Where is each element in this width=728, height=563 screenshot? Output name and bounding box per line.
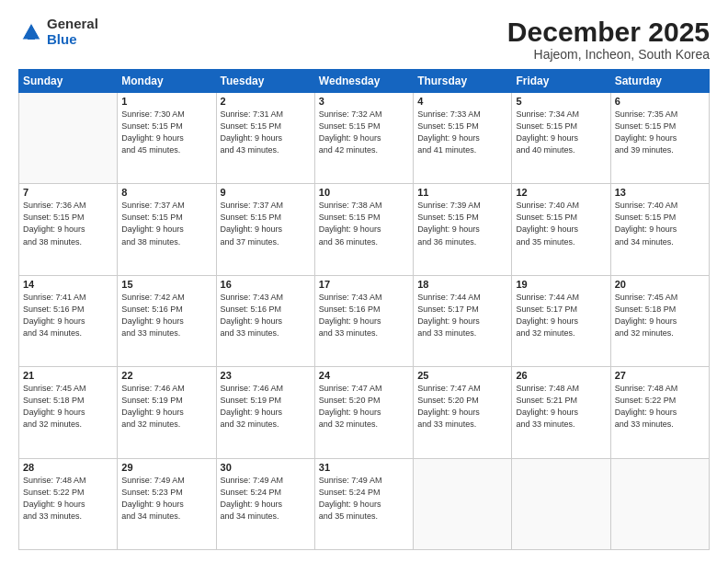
day-number: 25: [417, 370, 507, 381]
header-friday: Friday: [512, 70, 610, 93]
day-number: 5: [516, 96, 606, 107]
logo-text: General Blue: [47, 17, 98, 47]
day-info: Sunrise: 7:46 AMSunset: 5:19 PMDaylight:…: [221, 383, 311, 431]
day-info: Sunrise: 7:49 AMSunset: 5:24 PMDaylight:…: [319, 475, 409, 523]
day-number: 12: [516, 187, 606, 198]
day-number: 11: [417, 187, 507, 198]
calendar-week-2: 14Sunrise: 7:41 AMSunset: 5:16 PMDayligh…: [19, 275, 710, 366]
day-info: Sunrise: 7:33 AMSunset: 5:15 PMDaylight:…: [417, 109, 507, 156]
day-info: Sunrise: 7:37 AMSunset: 5:15 PMDaylight:…: [121, 200, 211, 247]
calendar-cell: 11Sunrise: 7:39 AMSunset: 5:15 PMDayligh…: [414, 184, 512, 275]
calendar-cell: 22Sunrise: 7:46 AMSunset: 5:19 PMDayligh…: [118, 367, 216, 458]
calendar-cell: 4Sunrise: 7:33 AMSunset: 5:15 PMDaylight…: [414, 93, 512, 184]
calendar-header-row: SundayMondayTuesdayWednesdayThursdayFrid…: [19, 70, 710, 93]
day-info: Sunrise: 7:44 AMSunset: 5:17 PMDaylight:…: [516, 292, 606, 339]
day-info: Sunrise: 7:49 AMSunset: 5:23 PMDaylight:…: [121, 475, 211, 523]
day-number: 14: [23, 279, 113, 290]
header-sunday: Sunday: [19, 70, 118, 93]
day-number: 30: [221, 462, 311, 473]
day-number: 21: [23, 370, 113, 381]
day-number: 7: [23, 187, 113, 198]
logo-icon: [18, 19, 44, 45]
svg-rect-2: [28, 32, 35, 40]
day-info: Sunrise: 7:40 AMSunset: 5:15 PMDaylight:…: [615, 200, 705, 247]
calendar-week-4: 28Sunrise: 7:48 AMSunset: 5:22 PMDayligh…: [19, 458, 710, 549]
calendar-cell: 18Sunrise: 7:44 AMSunset: 5:17 PMDayligh…: [414, 275, 512, 366]
day-number: 19: [516, 279, 606, 290]
calendar-cell: 29Sunrise: 7:49 AMSunset: 5:23 PMDayligh…: [118, 458, 216, 549]
calendar-week-0: 1Sunrise: 7:30 AMSunset: 5:15 PMDaylight…: [19, 93, 710, 184]
calendar-cell: 10Sunrise: 7:38 AMSunset: 5:15 PMDayligh…: [314, 184, 413, 275]
calendar-week-1: 7Sunrise: 7:36 AMSunset: 5:15 PMDaylight…: [19, 184, 710, 275]
day-info: Sunrise: 7:36 AMSunset: 5:15 PMDaylight:…: [23, 200, 113, 247]
day-info: Sunrise: 7:37 AMSunset: 5:15 PMDaylight:…: [221, 200, 311, 247]
day-info: Sunrise: 7:30 AMSunset: 5:15 PMDaylight:…: [121, 109, 211, 156]
day-info: Sunrise: 7:45 AMSunset: 5:18 PMDaylight:…: [23, 383, 113, 431]
day-number: 28: [23, 462, 113, 473]
title-block: December 2025 Hajeom, Incheon, South Kor…: [507, 17, 710, 62]
calendar-cell: 31Sunrise: 7:49 AMSunset: 5:24 PMDayligh…: [314, 458, 413, 549]
calendar-cell: 20Sunrise: 7:45 AMSunset: 5:18 PMDayligh…: [610, 275, 709, 366]
calendar-cell: 9Sunrise: 7:37 AMSunset: 5:15 PMDaylight…: [216, 184, 314, 275]
day-number: 2: [221, 96, 311, 107]
calendar-cell: [19, 93, 118, 184]
day-info: Sunrise: 7:46 AMSunset: 5:19 PMDaylight:…: [121, 383, 211, 431]
day-info: Sunrise: 7:48 AMSunset: 5:22 PMDaylight:…: [23, 475, 113, 523]
calendar-cell: 16Sunrise: 7:43 AMSunset: 5:16 PMDayligh…: [216, 275, 314, 366]
day-info: Sunrise: 7:47 AMSunset: 5:20 PMDaylight:…: [319, 383, 409, 431]
day-number: 23: [221, 370, 311, 381]
day-info: Sunrise: 7:42 AMSunset: 5:16 PMDaylight:…: [121, 292, 211, 339]
calendar-cell: 17Sunrise: 7:43 AMSunset: 5:16 PMDayligh…: [314, 275, 413, 366]
calendar-cell: 3Sunrise: 7:32 AMSunset: 5:15 PMDaylight…: [314, 93, 413, 184]
day-number: 18: [417, 279, 507, 290]
day-info: Sunrise: 7:40 AMSunset: 5:15 PMDaylight:…: [516, 200, 606, 247]
header: General Blue December 2025 Hajeom, Inche…: [18, 17, 710, 62]
header-wednesday: Wednesday: [314, 70, 413, 93]
location-subtitle: Hajeom, Incheon, South Korea: [507, 47, 710, 62]
calendar-cell: 23Sunrise: 7:46 AMSunset: 5:19 PMDayligh…: [216, 367, 314, 458]
day-number: 31: [319, 462, 409, 473]
logo: General Blue: [18, 17, 98, 47]
calendar-cell: 15Sunrise: 7:42 AMSunset: 5:16 PMDayligh…: [118, 275, 216, 366]
day-info: Sunrise: 7:49 AMSunset: 5:24 PMDaylight:…: [221, 475, 311, 523]
day-number: 20: [615, 279, 705, 290]
month-title: December 2025: [507, 17, 710, 47]
day-number: 29: [121, 462, 211, 473]
day-number: 8: [121, 187, 211, 198]
calendar-cell: 26Sunrise: 7:48 AMSunset: 5:21 PMDayligh…: [512, 367, 610, 458]
logo-blue-text: Blue: [47, 32, 98, 48]
calendar-cell: 13Sunrise: 7:40 AMSunset: 5:15 PMDayligh…: [610, 184, 709, 275]
calendar-cell: 8Sunrise: 7:37 AMSunset: 5:15 PMDaylight…: [118, 184, 216, 275]
calendar-cell: [610, 458, 709, 549]
day-info: Sunrise: 7:43 AMSunset: 5:16 PMDaylight:…: [221, 292, 311, 339]
page: General Blue December 2025 Hajeom, Inche…: [0, 0, 728, 563]
day-info: Sunrise: 7:41 AMSunset: 5:16 PMDaylight:…: [23, 292, 113, 339]
day-info: Sunrise: 7:48 AMSunset: 5:21 PMDaylight:…: [516, 383, 606, 431]
calendar-cell: 1Sunrise: 7:30 AMSunset: 5:15 PMDaylight…: [118, 93, 216, 184]
calendar-cell: 25Sunrise: 7:47 AMSunset: 5:20 PMDayligh…: [414, 367, 512, 458]
calendar-cell: 28Sunrise: 7:48 AMSunset: 5:22 PMDayligh…: [19, 458, 118, 549]
day-info: Sunrise: 7:34 AMSunset: 5:15 PMDaylight:…: [516, 109, 606, 156]
calendar: SundayMondayTuesdayWednesdayThursdayFrid…: [18, 69, 710, 550]
header-monday: Monday: [118, 70, 216, 93]
day-number: 27: [615, 370, 705, 381]
header-tuesday: Tuesday: [216, 70, 314, 93]
day-number: 24: [319, 370, 409, 381]
calendar-cell: 5Sunrise: 7:34 AMSunset: 5:15 PMDaylight…: [512, 93, 610, 184]
calendar-cell: [512, 458, 610, 549]
calendar-cell: [414, 458, 512, 549]
logo-general-text: General: [47, 17, 98, 32]
calendar-cell: 7Sunrise: 7:36 AMSunset: 5:15 PMDaylight…: [19, 184, 118, 275]
day-info: Sunrise: 7:48 AMSunset: 5:22 PMDaylight:…: [615, 383, 705, 431]
day-number: 15: [121, 279, 211, 290]
calendar-cell: 6Sunrise: 7:35 AMSunset: 5:15 PMDaylight…: [610, 93, 709, 184]
header-thursday: Thursday: [414, 70, 512, 93]
calendar-cell: 27Sunrise: 7:48 AMSunset: 5:22 PMDayligh…: [610, 367, 709, 458]
day-info: Sunrise: 7:47 AMSunset: 5:20 PMDaylight:…: [417, 383, 507, 431]
day-info: Sunrise: 7:39 AMSunset: 5:15 PMDaylight:…: [417, 200, 507, 247]
day-number: 3: [319, 96, 409, 107]
day-info: Sunrise: 7:44 AMSunset: 5:17 PMDaylight:…: [417, 292, 507, 339]
calendar-cell: 19Sunrise: 7:44 AMSunset: 5:17 PMDayligh…: [512, 275, 610, 366]
day-number: 26: [516, 370, 606, 381]
day-number: 13: [615, 187, 705, 198]
